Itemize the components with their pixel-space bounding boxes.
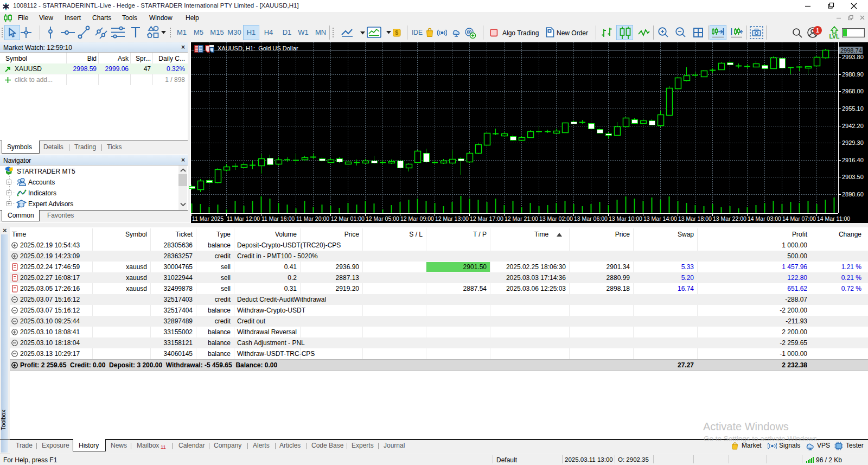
svg-text:2890.60: 2890.60 xyxy=(842,191,864,198)
svg-text:13 Mar 02:00: 13 Mar 02:00 xyxy=(539,215,573,222)
svg-text:11 Mar 20:00: 11 Mar 20:00 xyxy=(296,215,329,222)
svg-text:13 Mar 14:00: 13 Mar 14:00 xyxy=(643,215,677,222)
svg-text:13 Mar 10:00: 13 Mar 10:00 xyxy=(609,215,642,222)
svg-text:12 Mar 21:00: 12 Mar 21:00 xyxy=(505,215,538,222)
svg-text:13 Mar 18:00: 13 Mar 18:00 xyxy=(678,215,712,222)
svg-text:12 Mar 13:00: 12 Mar 13:00 xyxy=(435,215,469,222)
svg-text:11 Mar 16:00: 11 Mar 16:00 xyxy=(261,215,295,222)
svg-text:13 Mar 06:00: 13 Mar 06:00 xyxy=(574,215,608,222)
svg-text:2955.10: 2955.10 xyxy=(842,105,864,112)
svg-text:12 Mar 09:00: 12 Mar 09:00 xyxy=(400,215,434,222)
svg-text:2993.80: 2993.80 xyxy=(842,54,864,60)
svg-text:2968.00: 2968.00 xyxy=(842,88,864,94)
svg-text:2929.30: 2929.30 xyxy=(842,139,864,146)
svg-text:2942.20: 2942.20 xyxy=(842,123,864,129)
svg-text:2903.50: 2903.50 xyxy=(842,174,864,180)
svg-text:11 Mar 2025: 11 Mar 2025 xyxy=(192,215,224,222)
svg-text:2980.90: 2980.90 xyxy=(842,71,864,78)
svg-text:14 Mar 03:00: 14 Mar 03:00 xyxy=(748,215,781,222)
svg-text:2998.74: 2998.74 xyxy=(840,47,862,54)
svg-text:11 Mar 12:00: 11 Mar 12:00 xyxy=(227,215,260,222)
svg-text:14 Mar 07:00: 14 Mar 07:00 xyxy=(782,215,816,222)
svg-text:2916.40: 2916.40 xyxy=(842,157,864,163)
svg-text:12 Mar 01:00: 12 Mar 01:00 xyxy=(331,215,365,222)
svg-text:XAUUSD, H1: Gold US Dollar: XAUUSD, H1: Gold US Dollar xyxy=(218,45,298,52)
svg-text:12 Mar 17:00: 12 Mar 17:00 xyxy=(470,215,503,222)
svg-text:13 Mar 22:00: 13 Mar 22:00 xyxy=(713,215,746,222)
svg-text:12 Mar 05:00: 12 Mar 05:00 xyxy=(366,215,399,222)
svg-text:14 Mar 11:00: 14 Mar 11:00 xyxy=(817,215,850,222)
